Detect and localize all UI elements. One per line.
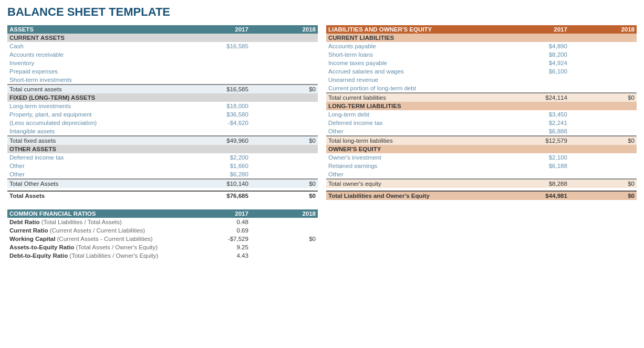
ratio-row-assets-equity: Assets-to-Equity Ratio (Total Assets / O…: [7, 243, 318, 251]
liabilities-col-2017: 2017: [506, 25, 572, 34]
table-row: Retained earnings $6,188: [326, 162, 637, 170]
current-liabilities-total: Total current liabilities $24,114 $0: [326, 93, 637, 102]
other-assets-section-header: OTHER ASSETS: [7, 145, 318, 153]
ratios-col-2017: 2017: [188, 209, 253, 218]
table-row: Cash $16,585: [7, 42, 318, 50]
other-assets-total: Total Other Assets $10,140 $0: [7, 179, 318, 188]
ratios-header-row: COMMON FINANCIAL RATIOS 2017 2018: [7, 209, 318, 218]
table-row: Unearned revenue: [326, 76, 637, 84]
ratios-table: COMMON FINANCIAL RATIOS 2017 2018 Debt R…: [7, 209, 318, 260]
fixed-assets-total: Total fixed assets $49,960 $0: [7, 136, 318, 145]
liabilities-panel: LIABILITIES AND OWNER'S EQUITY 2017 2018…: [326, 25, 637, 260]
long-term-liabilities-section-header: LONG-TERM LIABILITIES: [326, 102, 637, 110]
table-row: Property, plant, and equipment $36,580: [7, 110, 318, 119]
table-row: Accounts receivable: [7, 50, 318, 59]
table-row: Intangible assets: [7, 127, 318, 136]
table-row: Deferred income tax $2,241: [326, 119, 637, 127]
ratios-col-2018: 2018: [253, 209, 318, 218]
assets-table: ASSETS 2017 2018 CURRENT ASSETS Cash $16…: [7, 25, 318, 200]
table-row: Owner's investment $2,100: [326, 153, 637, 162]
current-assets-section-header: CURRENT ASSETS: [7, 34, 318, 42]
table-row: Other: [326, 170, 637, 179]
fixed-assets-section-header: FIXED (LONG-TERM) ASSETS: [7, 93, 318, 102]
owners-equity-total: Total owner's equity $8,288 $0: [326, 179, 637, 188]
ratio-row-debt: Debt Ratio (Total Liabilities / Total As…: [7, 218, 318, 226]
table-row: Other $6,888: [326, 127, 637, 136]
ratio-row-current: Current Ratio (Current Assets / Current …: [7, 226, 318, 235]
ratios-section: COMMON FINANCIAL RATIOS 2017 2018 Debt R…: [7, 209, 318, 260]
table-row: Short-term investments: [7, 76, 318, 85]
assets-header-label: ASSETS: [7, 25, 188, 34]
liabilities-table: LIABILITIES AND OWNER'S EQUITY 2017 2018…: [326, 25, 637, 200]
table-row: (Less accumulated depreciation) -$4,620: [7, 119, 318, 127]
long-term-liabilities-total: Total long-term liabilities $12,579 $0: [326, 136, 637, 145]
total-liabilities-equity-row: Total Liabilities and Owner's Equity $44…: [326, 191, 637, 200]
liabilities-header-row: LIABILITIES AND OWNER'S EQUITY 2017 2018: [326, 25, 637, 34]
current-assets-total: Total current assets $16,585 $0: [7, 85, 318, 93]
table-row: Other $1,660: [7, 162, 318, 170]
table-row: Deferred income tax $2,200: [7, 153, 318, 162]
table-row: Accounts payable $4,890: [326, 42, 637, 50]
table-row: Other $6,280: [7, 170, 318, 179]
ratio-row-working-capital: Working Capital (Current Assets - Curren…: [7, 235, 318, 243]
table-row: Short-term loans $8,200: [326, 50, 637, 59]
table-row: Long-term investments $18,000: [7, 102, 318, 110]
liabilities-col-2018: 2018: [572, 25, 637, 34]
assets-col-2018: 2018: [253, 25, 318, 34]
total-assets-row: Total Assets $76,685 $0: [7, 191, 318, 200]
table-row: Long-term debt $3,450: [326, 110, 637, 119]
table-row: Current portion of long-term debt: [326, 84, 637, 93]
ratios-header-label: COMMON FINANCIAL RATIOS: [7, 209, 188, 218]
assets-col-2017: 2017: [188, 25, 253, 34]
current-liabilities-section-header: CURRENT LIABILITIES: [326, 34, 637, 42]
table-row: Accrued salaries and wages $6,100: [326, 67, 637, 76]
table-row: Income taxes payable $4,924: [326, 59, 637, 67]
owners-equity-section-header: OWNER'S EQUITY: [326, 145, 637, 153]
table-row: Prepaid expenses: [7, 67, 318, 76]
assets-panel: ASSETS 2017 2018 CURRENT ASSETS Cash $16…: [7, 25, 318, 260]
table-row: Inventory: [7, 59, 318, 67]
main-layout: ASSETS 2017 2018 CURRENT ASSETS Cash $16…: [7, 25, 637, 260]
page-title: BALANCE SHEET TEMPLATE: [7, 5, 637, 19]
ratio-row-debt-equity: Debt-to-Equity Ratio (Total Liabilities …: [7, 251, 318, 260]
assets-header-row: ASSETS 2017 2018: [7, 25, 318, 34]
liabilities-header-label: LIABILITIES AND OWNER'S EQUITY: [326, 25, 506, 34]
